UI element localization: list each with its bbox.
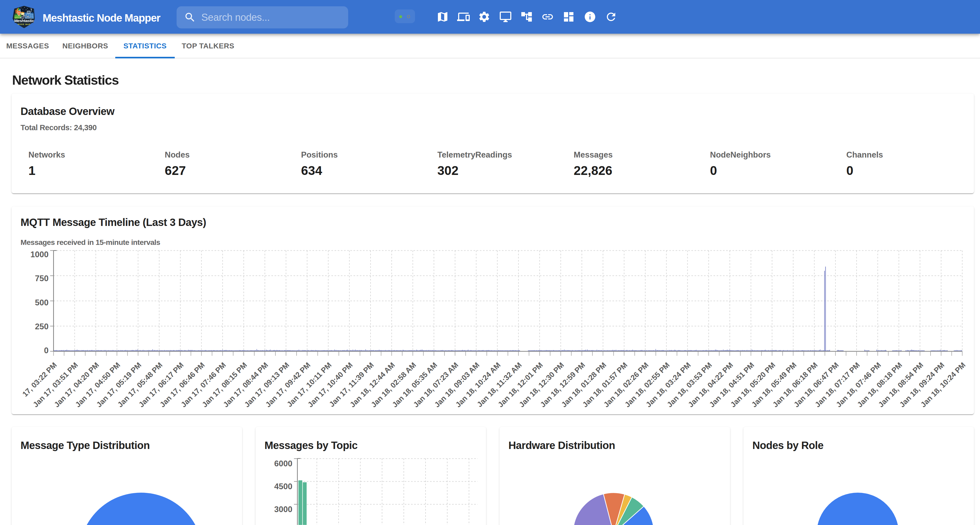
svg-text:1000: 1000 (30, 250, 48, 259)
svg-text:0: 0 (44, 346, 48, 355)
svg-text:6000: 6000 (274, 459, 293, 468)
svg-text:250: 250 (35, 322, 49, 331)
svg-text:Meshtastic: Meshtastic (14, 18, 34, 23)
svg-text:3000: 3000 (274, 505, 293, 514)
svg-text:750: 750 (35, 274, 49, 283)
svg-text:NODE MAP: NODE MAP (18, 23, 30, 25)
svg-text:500: 500 (35, 298, 49, 307)
svg-text:4500: 4500 (274, 482, 293, 491)
